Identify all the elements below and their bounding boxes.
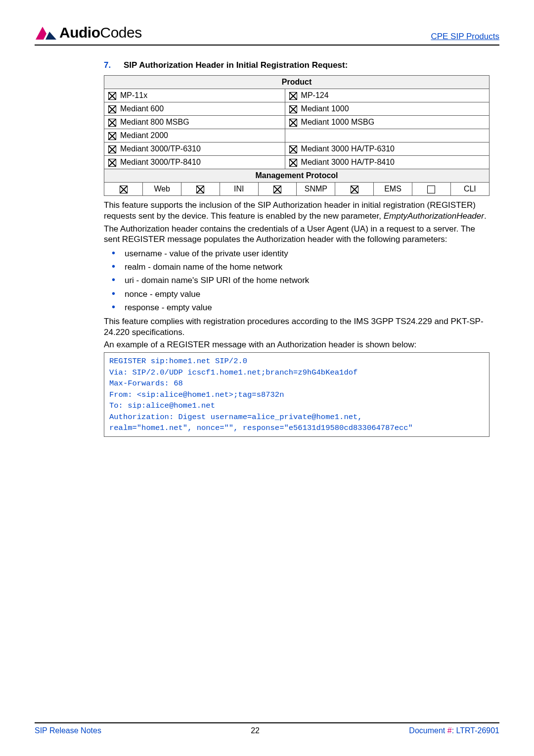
footer-divider (35, 722, 499, 723)
checkbox-icon (108, 119, 116, 127)
page-header: AudioCodes CPE SIP Products (35, 24, 499, 44)
product-label: Mediant 1000 (301, 104, 349, 113)
product-table: Product MP-11x MP-124 Mediant 600 Median… (104, 75, 490, 196)
checkbox-icon (289, 119, 297, 127)
checkbox-icon (289, 159, 297, 167)
mgmt-label: INI (220, 183, 258, 195)
product-label: Mediant 800 MSBG (120, 118, 189, 126)
product-label: Mediant 3000 HA/TP-8410 (301, 158, 395, 166)
logo-icon (35, 24, 57, 42)
product-table-header: Product (104, 76, 490, 89)
checkbox-icon (427, 186, 435, 193)
product-label: Mediant 1000 MSBG (301, 118, 375, 126)
list-item: uri - domain name's SIP URI of the home … (104, 274, 490, 287)
product-label: Mediant 2000 (120, 131, 168, 140)
description-block: This feature supports the inclusion of t… (104, 200, 490, 350)
paragraph: This feature supports the inclusion of t… (104, 200, 490, 222)
checkbox-icon (108, 105, 116, 113)
header-link[interactable]: CPE SIP Products (431, 32, 499, 42)
product-label: Mediant 3000/TP-6310 (120, 144, 201, 153)
checkbox-icon (289, 92, 297, 100)
checkbox-icon (273, 186, 281, 193)
checkbox-icon (108, 132, 116, 140)
paragraph: An example of a REGISTER message with an… (104, 339, 490, 350)
product-label: Mediant 3000 HA/TP-6310 (301, 144, 395, 153)
checkbox-icon (108, 145, 116, 153)
product-label: MP-11x (120, 91, 147, 99)
mgmt-label: SNMP (297, 183, 335, 195)
page-footer: SIP Release Notes 22 Document #: LTRT-26… (35, 722, 499, 735)
section-heading: 7. SIP Authorization Header in Initial R… (104, 60, 490, 70)
mgmt-protocol-header: Management Protocol (104, 169, 490, 183)
list-item: realm - domain name of the home network (104, 260, 490, 274)
checkbox-icon (108, 92, 116, 100)
bullet-list: username - value of the private user ide… (104, 247, 490, 314)
checkbox-icon (196, 186, 204, 193)
header-divider (35, 45, 499, 46)
footer-left: SIP Release Notes (35, 726, 101, 735)
product-label: MP-124 (301, 91, 329, 99)
mgmt-label: Web (143, 183, 181, 195)
brand-text: AudioCodes (59, 24, 142, 41)
code-block: REGISTER sip:home1.net SIP/2.0 Via: SIP/… (104, 352, 490, 437)
checkbox-icon (289, 105, 297, 113)
list-item: response - empty value (104, 301, 490, 314)
section-title: SIP Authorization Header in Initial Regi… (124, 60, 348, 70)
checkbox-icon (120, 186, 128, 193)
mgmt-label: EMS (374, 183, 412, 195)
footer-right: Document #: LTRT-26901 (409, 726, 499, 735)
paragraph: This feature complies with registration … (104, 316, 490, 338)
section-number: 7. (104, 60, 115, 70)
checkbox-icon (108, 159, 116, 167)
list-item: nonce - empty value (104, 287, 490, 301)
mgmt-label: CLI (450, 183, 489, 195)
paragraph: The Authorization header contains the cr… (104, 224, 490, 245)
checkbox-icon (351, 186, 358, 193)
product-label: Mediant 600 (120, 104, 164, 113)
footer-page-number: 22 (251, 726, 260, 735)
product-label: Mediant 3000/TP-8410 (120, 158, 201, 166)
checkbox-icon (289, 145, 297, 153)
list-item: username - value of the private user ide… (104, 247, 490, 260)
brand-logo: AudioCodes (35, 24, 142, 42)
